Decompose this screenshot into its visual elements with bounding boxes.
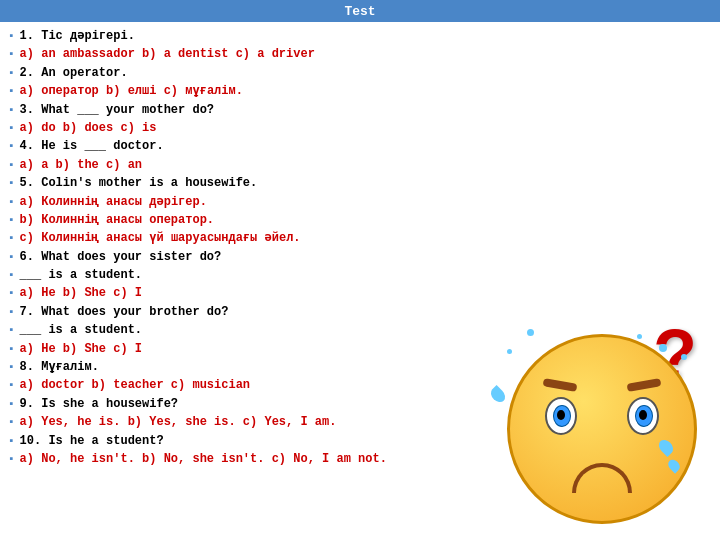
list-item: a) He b) She c) I bbox=[8, 341, 472, 358]
list-item: 10. Is he a student? bbox=[8, 433, 472, 450]
sparkle-2 bbox=[681, 354, 687, 360]
list-item: a) Колиннің анасы дәрігер. bbox=[8, 194, 472, 211]
sparkle-1 bbox=[659, 344, 667, 352]
line-text: 10. Is he a student? bbox=[20, 433, 164, 450]
list-item: a) doctor b) teacher c) musician bbox=[8, 377, 472, 394]
mouth bbox=[572, 463, 632, 493]
list-item: 2. An operator. bbox=[8, 65, 472, 82]
content-area: 1. Тіс дәрігері.a) an ambassador b) a de… bbox=[0, 22, 720, 540]
line-text: a) He b) She c) I bbox=[20, 341, 142, 358]
line-text: 3. What ___ your mother do? bbox=[20, 102, 214, 119]
list-item: 7. What does your brother do? bbox=[8, 304, 472, 321]
list-item: c) Колиннің анасы үй шаруасындағы әйел. bbox=[8, 230, 472, 247]
sparkle-5 bbox=[507, 349, 512, 354]
sweat-2 bbox=[666, 457, 682, 473]
sparkle-3 bbox=[637, 334, 642, 339]
list-item: a) Yes, he is. b) Yes, she is. c) Yes, I… bbox=[8, 414, 472, 431]
emoji-container: ? bbox=[497, 324, 697, 524]
page-title: Test bbox=[344, 4, 375, 19]
line-text: ___ is a student. bbox=[20, 267, 142, 284]
line-text: 5. Colin's mother is a housewife. bbox=[20, 175, 258, 192]
list-item: a) оператор b) елші c) мұғалім. bbox=[8, 83, 472, 100]
top-bar: Test bbox=[0, 0, 720, 22]
line-text: a) Колиннің анасы дәрігер. bbox=[20, 194, 207, 211]
line-text: 6. What does your sister do? bbox=[20, 249, 222, 266]
list-item: a) an ambassador b) a dentist c) a drive… bbox=[8, 46, 472, 63]
line-text: 2. An operator. bbox=[20, 65, 128, 82]
line-text: a) a b) the c) an bbox=[20, 157, 142, 174]
list-item: 6. What does your sister do? bbox=[8, 249, 472, 266]
eyebrow-right bbox=[627, 378, 662, 392]
line-text: 4. He is ___ doctor. bbox=[20, 138, 164, 155]
list-item: b) Колиннің анасы оператор. bbox=[8, 212, 472, 229]
text-column: 1. Тіс дәрігері.a) an ambassador b) a de… bbox=[8, 28, 482, 534]
sweat-1 bbox=[656, 437, 676, 457]
line-text: a) do b) does c) is bbox=[20, 120, 157, 137]
line-text: b) Колиннің анасы оператор. bbox=[20, 212, 214, 229]
list-item: a) do b) does c) is bbox=[8, 120, 472, 137]
list-item: a) He b) She c) I bbox=[8, 285, 472, 302]
list-item: 5. Colin's mother is a housewife. bbox=[8, 175, 472, 192]
line-text: a) No, he isn't. b) No, she isn't. c) No… bbox=[20, 451, 387, 468]
line-text: 1. Тіс дәрігері. bbox=[20, 28, 135, 45]
main-container: Test 1. Тіс дәрігері.a) an ambassador b)… bbox=[0, 0, 720, 540]
line-text: c) Колиннің анасы үй шаруасындағы әйел. bbox=[20, 230, 301, 247]
sparkle-4 bbox=[527, 329, 534, 336]
list-item: 3. What ___ your mother do? bbox=[8, 102, 472, 119]
line-text: ___ is a student. bbox=[20, 322, 142, 339]
line-text: 7. What does your brother do? bbox=[20, 304, 229, 321]
list-item: a) No, he isn't. b) No, she isn't. c) No… bbox=[8, 451, 472, 468]
list-item: ___ is a student. bbox=[8, 322, 472, 339]
list-item: 8. Мұғалім. bbox=[8, 359, 472, 376]
eyebrow-left bbox=[543, 378, 578, 392]
eye-right bbox=[627, 397, 659, 435]
image-area: ? bbox=[482, 28, 712, 534]
line-text: a) doctor b) teacher c) musician bbox=[20, 377, 250, 394]
list-item: 4. He is ___ doctor. bbox=[8, 138, 472, 155]
pupil-left bbox=[553, 405, 571, 427]
question-list: 1. Тіс дәрігері.a) an ambassador b) a de… bbox=[8, 28, 472, 468]
pupil-right bbox=[635, 405, 653, 427]
emoji-face bbox=[507, 334, 697, 524]
list-item: ___ is a student. bbox=[8, 267, 472, 284]
list-item: 9. Is she a housewife? bbox=[8, 396, 472, 413]
line-text: 9. Is she a housewife? bbox=[20, 396, 178, 413]
line-text: a) He b) She c) I bbox=[20, 285, 142, 302]
list-item: a) a b) the c) an bbox=[8, 157, 472, 174]
line-text: a) оператор b) елші c) мұғалім. bbox=[20, 83, 243, 100]
eye-left bbox=[545, 397, 577, 435]
sweat-3 bbox=[488, 385, 508, 405]
line-text: a) Yes, he is. b) Yes, she is. c) Yes, I… bbox=[20, 414, 337, 431]
line-text: 8. Мұғалім. bbox=[20, 359, 99, 376]
line-text: a) an ambassador b) a dentist c) a drive… bbox=[20, 46, 315, 63]
list-item: 1. Тіс дәрігері. bbox=[8, 28, 472, 45]
